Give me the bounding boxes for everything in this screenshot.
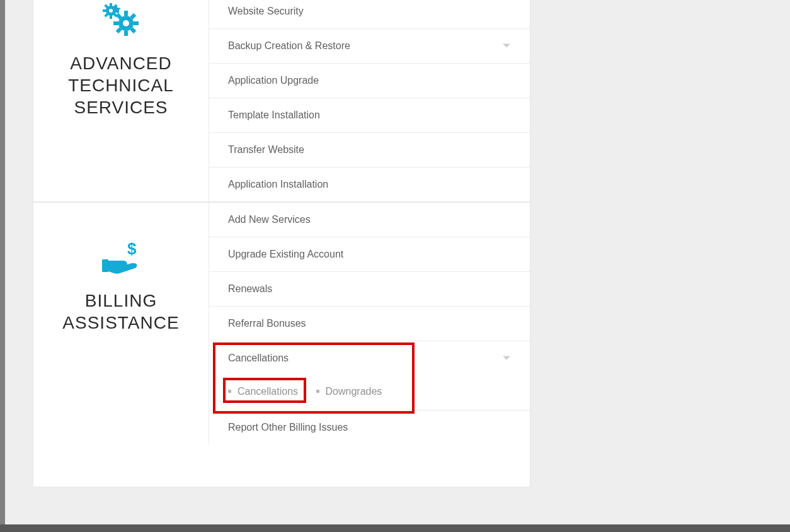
row-transfer-website[interactable]: Transfer Website [209,133,530,167]
category-title-line1: Billing Assistance [33,290,209,334]
row-cancellations-group: Cancellations Cancellations Downgrades [209,341,530,410]
bullet-icon [316,390,319,393]
row-cancellations-subitems: Cancellations Downgrades [209,375,530,410]
category-title-line1: Advanced [33,52,209,74]
subitem-label: Downgrades [326,386,382,397]
svg-rect-21 [102,259,108,272]
subitem-downgrades[interactable]: Downgrades [316,386,382,397]
row-label: Renewals [228,283,272,294]
support-categories-card: Advanced Technical Services Website Secu… [33,0,530,487]
subitem-label: Cancellations [238,386,298,397]
section-advanced-technical-services: Advanced Technical Services Website Secu… [33,0,530,201]
svg-rect-15 [115,9,119,12]
svg-rect-4 [113,21,118,25]
row-label: Report Other Billing Issues [228,422,348,433]
section-billing-assistance: $ Billing Assistance Add New Services [33,201,530,444]
section-billing-list: Add New Services Upgrade Existing Accoun… [209,203,530,444]
svg-rect-12 [110,3,112,6]
category-title-billing: Billing Assistance [33,290,209,334]
row-referral-bonuses[interactable]: Referral Bonuses [209,307,530,341]
row-label: Application Upgrade [228,75,319,86]
row-label: Cancellations [228,353,289,363]
row-cancellations[interactable]: Cancellations [209,341,530,375]
row-label: Referral Bonuses [228,318,306,329]
row-template-installation[interactable]: Template Installation [209,98,530,133]
row-upgrade-existing-account[interactable]: Upgrade Existing Account [209,237,530,272]
row-label: Add New Services [228,214,311,225]
row-label: Website Security [228,6,304,16]
row-label: Backup Creation & Restore [228,40,350,51]
window-left-edge [0,0,5,524]
row-application-upgrade[interactable]: Application Upgrade [209,64,530,98]
svg-rect-13 [110,15,112,19]
svg-rect-14 [103,9,106,12]
row-add-new-services[interactable]: Add New Services [209,203,530,237]
section-billing-sidebar: $ Billing Assistance [33,203,209,444]
row-label: Template Installation [228,110,320,120]
section-advanced-sidebar: Advanced Technical Services [33,0,209,201]
hand-dollar-icon: $ [98,241,144,278]
row-label: Application Installation [228,179,328,190]
svg-point-11 [109,9,113,13]
chevron-down-icon [502,356,511,361]
row-renewals[interactable]: Renewals [209,272,530,307]
svg-point-1 [123,20,129,26]
row-label: Upgrade Existing Account [228,249,343,259]
chevron-down-icon [502,43,511,49]
row-backup-creation-restore[interactable]: Backup Creation & Restore [209,29,530,64]
gears-icon [101,3,141,41]
row-label: Transfer Website [228,144,304,155]
bullet-icon [228,390,231,393]
svg-rect-5 [134,21,139,25]
page-background: Advanced Technical Services Website Secu… [0,0,790,532]
subitem-cancellations[interactable]: Cancellations [228,386,298,397]
section-advanced-list: Website Security Backup Creation & Resto… [209,0,530,201]
svg-rect-2 [124,11,128,16]
category-title-line2: Technical Services [33,74,209,118]
row-report-other-billing-issues[interactable]: Report Other Billing Issues [209,410,530,444]
svg-rect-3 [124,31,128,36]
category-title-advanced: Advanced Technical Services [33,52,209,118]
row-website-security[interactable]: Website Security [209,0,530,29]
svg-text:$: $ [127,241,137,258]
row-application-installation[interactable]: Application Installation [209,167,530,201]
